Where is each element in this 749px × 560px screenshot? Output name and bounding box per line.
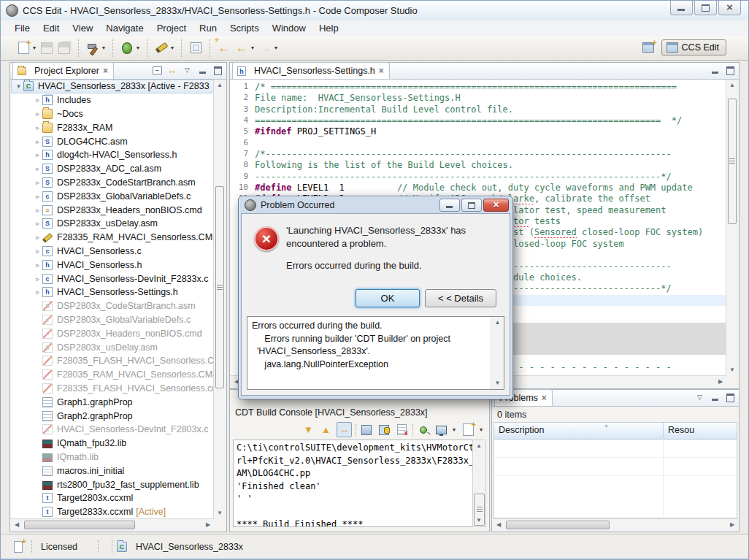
debug-bug-icon[interactable] — [118, 39, 136, 57]
explorer-vertical-scrollbar[interactable]: ▲ ▼ — [213, 80, 226, 519]
collapsed-arrow-icon[interactable]: ▹ — [33, 275, 42, 283]
tree-item[interactable]: ▹HVACI_Sensorless.c — [11, 245, 214, 258]
menu-window[interactable]: Window — [266, 21, 312, 35]
scroll-left-arrow[interactable]: ◀ — [493, 519, 504, 531]
collapsed-arrow-icon[interactable]: ▹ — [33, 220, 42, 227]
collapsed-arrow-icon[interactable]: ▹ — [33, 165, 42, 172]
chevron-down-icon[interactable]: ▾ — [480, 426, 483, 433]
chevron-down-icon[interactable]: ▾ — [453, 426, 456, 433]
collapsed-arrow-icon[interactable]: ▹ — [33, 110, 42, 118]
tree-item[interactable]: ▹Includes — [11, 93, 214, 107]
scroll-right-arrow[interactable]: ▶ — [202, 519, 214, 531]
console-output[interactable]: C:\ti\controlSUITE\development_kits\HVMo… — [233, 440, 474, 527]
chevron-down-icon[interactable]: ▾ — [33, 45, 36, 51]
scroll-left-arrow[interactable]: ◀ — [11, 519, 23, 531]
collapsed-arrow-icon[interactable]: ▹ — [33, 248, 42, 255]
tree-item[interactable]: ▹HVACI_Sensorless-DevInit_F2833x.c — [11, 272, 214, 285]
column-description[interactable]: Description — [494, 423, 549, 439]
link-with-editor-icon[interactable]: ↔ — [166, 65, 177, 75]
clear-console-icon[interactable] — [395, 423, 409, 437]
ccs-edit-perspective-button[interactable]: CCS Edit — [661, 39, 726, 55]
scroll-lock-icon[interactable] — [377, 423, 391, 437]
code-line[interactable]: 5#ifndef PROJ_SETTINGS_H — [231, 126, 726, 137]
collapsed-arrow-icon[interactable]: ▹ — [33, 234, 42, 241]
open-perspective-icon[interactable] — [642, 42, 654, 53]
console-vertical-scrollbar[interactable]: ▲ ▼ — [472, 440, 486, 527]
code-line[interactable]: 9---------------------------------------… — [231, 172, 726, 183]
tree-item[interactable]: HVACI_Sensorless-DevInit_F2803x.c — [11, 423, 214, 437]
code-line[interactable]: 7/*-------------------------------------… — [231, 149, 726, 160]
collapsed-arrow-icon[interactable]: ▹ — [33, 207, 42, 214]
code-line[interactable]: 2File name: HVACI_Sensorless-Settings.H — [231, 93, 726, 104]
code-line[interactable]: 3Description:Incremental Build Level con… — [231, 104, 726, 115]
tree-item[interactable]: IQmath.lib — [11, 450, 214, 464]
tree-item[interactable]: DSP2803x_CodeStartBranch.asm — [11, 299, 214, 313]
build-hammer-icon[interactable] — [84, 39, 101, 57]
tree-item[interactable]: Target2833x.ccxml [Active] — [11, 505, 214, 519]
collapsed-arrow-icon[interactable]: ▹ — [33, 179, 42, 186]
menu-file[interactable]: File — [8, 21, 37, 35]
minimize-button[interactable] — [670, 1, 693, 15]
scroll-up-arrow[interactable]: ▲ — [473, 440, 485, 452]
open-console-icon[interactable] — [461, 423, 475, 437]
maximize-button[interactable] — [694, 1, 717, 15]
chevron-down-icon[interactable]: ▾ — [171, 45, 174, 51]
close-icon[interactable]: × — [379, 67, 384, 74]
editor-vertical-scrollbar[interactable]: ▲ ▼ — [726, 80, 738, 376]
tree-item[interactable]: F28335_FLASH_HVACI_Sensorless.cmd — [11, 382, 214, 396]
details-button[interactable]: < < Details — [425, 289, 496, 307]
dialog-title-bar[interactable]: Problem Occurred — [241, 196, 510, 213]
tree-item[interactable]: ▾HVACI_Sensorless_2833x [Active - F2833 — [11, 80, 214, 93]
tree-item[interactable]: Target2803x.ccxml — [11, 491, 214, 505]
tree-item[interactable]: rts2800_fpu32_fast_supplement.lib — [11, 477, 214, 491]
scroll-up-icon[interactable]: ▲ — [319, 423, 333, 437]
tree-item[interactable]: ▹DSP2833x_usDelay.asm — [11, 217, 214, 231]
scroll-down-icon[interactable]: ▼ — [301, 423, 315, 437]
fast-view-icon[interactable] — [14, 541, 23, 553]
tree-item[interactable]: ▹F28335_RAM_HVACI_Sensorless.CMD — [11, 231, 214, 245]
show-console-output-icon[interactable] — [360, 423, 374, 437]
tree-item[interactable]: ▹HVACI_Sensorless-Settings.h — [11, 285, 214, 299]
close-icon[interactable]: × — [103, 67, 108, 74]
ok-button[interactable]: OK — [356, 289, 420, 307]
collapse-all-icon[interactable]: − — [153, 66, 162, 74]
tree-item[interactable]: ▹DLOG4CHC.asm — [11, 134, 214, 148]
link-console-icon[interactable]: ↔ — [337, 422, 352, 437]
collapsed-arrow-icon[interactable]: ▹ — [33, 261, 42, 269]
menu-run[interactable]: Run — [193, 21, 223, 35]
chevron-down-icon[interactable]: ▾ — [251, 45, 254, 51]
collapsed-arrow-icon[interactable]: ▹ — [33, 151, 42, 158]
code-line[interactable]: 4=======================================… — [231, 115, 726, 126]
collapsed-arrow-icon[interactable]: ▹ — [33, 96, 42, 104]
chevron-down-icon[interactable]: ▾ — [137, 45, 139, 51]
memory-view-icon[interactable] — [187, 39, 204, 57]
scroll-up-arrow[interactable]: ▲ — [726, 80, 738, 91]
dialog-details-text[interactable]: Errors occurred during the build. Errors… — [247, 316, 504, 390]
tree-item[interactable]: DSP2803x_usDelay.asm — [11, 340, 214, 354]
menu-help[interactable]: Help — [312, 21, 345, 35]
menu-scripts[interactable]: Scripts — [223, 21, 266, 35]
maximize-button[interactable] — [461, 199, 482, 212]
problems-horizontal-scrollbar[interactable]: ◀ ▶ — [493, 518, 738, 531]
tree-item[interactable]: F28035_RAM_HVACI_Sensorless.CMD — [11, 368, 214, 382]
menu-navigate[interactable]: Navigate — [99, 21, 150, 35]
scroll-down-arrow[interactable]: ▼ — [473, 515, 485, 526]
close-button[interactable] — [718, 1, 741, 15]
scroll-down-arrow[interactable]: ▼ — [491, 377, 504, 389]
minimize-button[interactable] — [439, 199, 460, 212]
expanded-arrow-icon[interactable]: ▾ — [14, 83, 23, 90]
close-button[interactable] — [483, 199, 509, 212]
code-line[interactable]: 10#define LEVEL1 1 // Module check out, … — [231, 183, 726, 193]
tree-item[interactable]: ▹dlog4ch-HVACI_Sensorless.h — [11, 148, 214, 162]
tree-item[interactable]: F28035_FLASH_HVACI_Sensorless.CMD — [11, 354, 214, 368]
view-menu-icon[interactable]: ▽ — [182, 65, 193, 75]
tree-item[interactable]: ▹DSP2833x_CodeStartBranch.asm — [11, 176, 214, 190]
scroll-up-arrow[interactable]: ▲ — [491, 317, 504, 329]
flash-pen-icon[interactable] — [153, 39, 170, 57]
maximize-icon[interactable] — [725, 392, 736, 402]
details-scrollbar[interactable]: ▲ ▼ — [491, 317, 504, 389]
back-icon[interactable]: ← — [233, 39, 250, 57]
view-menu-icon[interactable]: ▽ — [694, 392, 705, 402]
collapsed-arrow-icon[interactable]: ▹ — [33, 288, 42, 296]
tree-item[interactable]: DSP2803x_GlobalVariableDefs.c — [11, 313, 214, 327]
